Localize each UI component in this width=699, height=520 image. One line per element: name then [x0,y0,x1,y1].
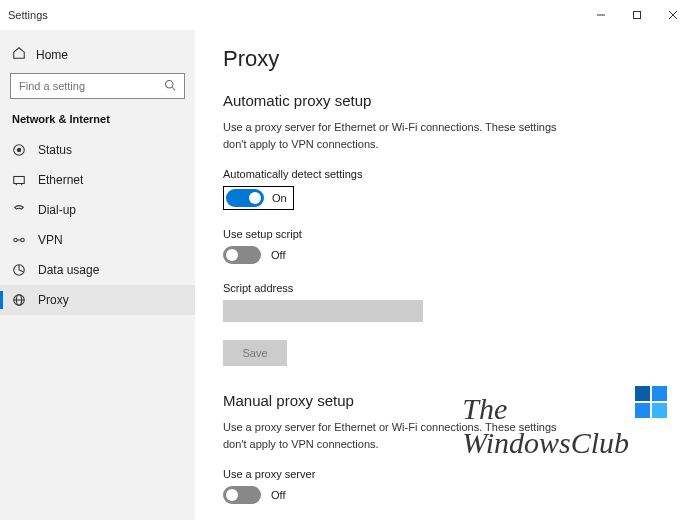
search-input[interactable] [10,73,185,99]
auto-detect-state: On [272,192,287,204]
auto-save-button[interactable]: Save [223,340,287,366]
auto-section-heading: Automatic proxy setup [223,92,659,109]
sidebar-item-label: Status [38,143,72,157]
window-title: Settings [8,9,48,21]
svg-point-4 [166,81,174,89]
script-address-label: Script address [223,282,659,294]
sidebar-home[interactable]: Home [0,40,195,73]
search-icon [164,79,176,93]
sidebar-item-label: Dial-up [38,203,76,217]
maximize-button[interactable] [619,2,655,28]
sidebar-item-label: Data usage [38,263,99,277]
vpn-icon [12,233,26,247]
minimize-button[interactable] [583,2,619,28]
dialup-icon [12,203,26,217]
close-button[interactable] [655,2,691,28]
use-proxy-toggle[interactable] [223,486,261,504]
setup-script-state: Off [271,249,285,261]
svg-rect-1 [634,12,641,19]
auto-detect-label: Automatically detect settings [223,168,659,180]
manual-section-desc: Use a proxy server for Ethernet or Wi-Fi… [223,419,583,452]
sidebar-item-proxy[interactable]: Proxy [0,285,195,315]
manual-section-heading: Manual proxy setup [223,392,659,409]
sidebar-item-ethernet[interactable]: Ethernet [0,165,195,195]
sidebar-category: Network & Internet [0,113,195,135]
sidebar-item-status[interactable]: Status [0,135,195,165]
sidebar-item-dialup[interactable]: Dial-up [0,195,195,225]
svg-point-12 [21,238,25,242]
data-usage-icon [12,263,26,277]
auto-section-desc: Use a proxy server for Ethernet or Wi-Fi… [223,119,583,152]
proxy-icon [12,293,26,307]
search-field[interactable] [19,80,164,92]
sidebar-item-label: VPN [38,233,63,247]
status-icon [12,143,26,157]
sidebar-item-vpn[interactable]: VPN [0,225,195,255]
script-address-input[interactable] [223,300,423,322]
use-proxy-label: Use a proxy server [223,468,659,480]
svg-line-5 [172,87,175,90]
sidebar-item-datausage[interactable]: Data usage [0,255,195,285]
svg-point-11 [14,238,18,242]
sidebar-home-label: Home [36,48,68,62]
sidebar: Home Network & Internet Status Ethernet … [0,30,195,520]
auto-detect-toggle-focus: On [223,186,294,210]
page-title: Proxy [223,46,659,72]
sidebar-item-label: Proxy [38,293,69,307]
ethernet-icon [12,173,26,187]
home-icon [12,46,26,63]
svg-rect-8 [14,177,25,184]
main-content: Proxy Automatic proxy setup Use a proxy … [195,30,699,520]
setup-script-label: Use setup script [223,228,659,240]
setup-script-toggle[interactable] [223,246,261,264]
auto-detect-toggle[interactable] [226,189,264,207]
svg-point-7 [17,148,21,152]
sidebar-item-label: Ethernet [38,173,83,187]
use-proxy-state: Off [271,489,285,501]
